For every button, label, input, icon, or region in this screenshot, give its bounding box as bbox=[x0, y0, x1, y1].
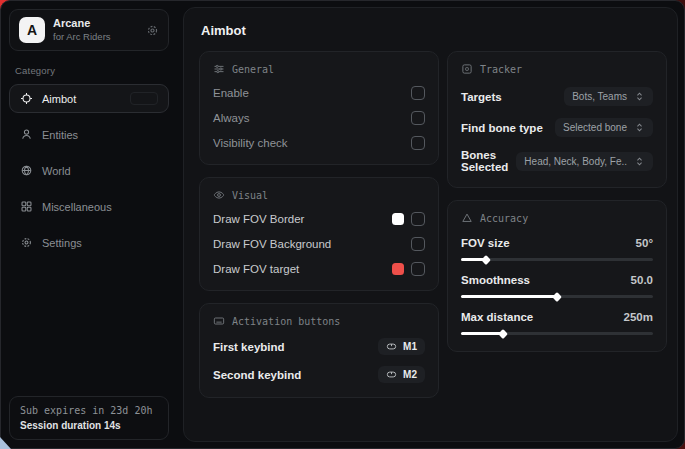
settings-gear-icon bbox=[20, 236, 33, 249]
color-swatch-red[interactable] bbox=[392, 263, 404, 275]
tracker-card: Tracker Targets Bots, Teams bbox=[447, 51, 667, 188]
eye-icon bbox=[213, 189, 225, 201]
grid-icon bbox=[20, 200, 33, 213]
triangle-icon bbox=[461, 212, 473, 224]
setting-label: Draw FOV target bbox=[213, 263, 299, 275]
sidebar-item-settings[interactable]: Settings bbox=[9, 228, 169, 257]
find-bone-type-dropdown[interactable]: Selected bone bbox=[555, 118, 653, 137]
card-title-label: Tracker bbox=[480, 64, 522, 75]
slider-header: Max distance 250m bbox=[461, 311, 653, 323]
sidebar-item-miscellaneous[interactable]: Miscellaneous bbox=[9, 192, 169, 221]
smoothness-slider[interactable] bbox=[461, 295, 653, 298]
general-card-header: General bbox=[213, 63, 425, 75]
slider-label: Smoothness bbox=[461, 274, 530, 286]
brand-text: Arcane for Arc Riders bbox=[53, 17, 111, 43]
globe-icon bbox=[20, 164, 33, 177]
setting-label: Visibility check bbox=[213, 137, 288, 149]
focus-target-icon bbox=[461, 63, 473, 75]
tracker-row-find-bone-type: Find bone type Selected bone bbox=[461, 118, 653, 137]
sidebar-item-label: Aimbot bbox=[42, 93, 76, 105]
fov-border-checkbox[interactable] bbox=[411, 212, 425, 226]
slider-value: 50.0 bbox=[631, 274, 653, 286]
slider-label: FOV size bbox=[461, 237, 510, 249]
slider-fill bbox=[461, 295, 557, 298]
gear-icon[interactable] bbox=[146, 24, 159, 37]
tracker-card-header: Tracker bbox=[461, 63, 653, 75]
app-window: A Arcane for Arc Riders Category Aimbot bbox=[0, 0, 685, 449]
chevrons-up-down-icon bbox=[634, 156, 645, 167]
keybind-row-second: Second keybind M2 bbox=[213, 366, 425, 383]
sidebar-item-aimbot[interactable]: Aimbot bbox=[9, 84, 169, 113]
category-label: Category bbox=[15, 65, 163, 76]
sidebar-item-world[interactable]: World bbox=[9, 156, 169, 185]
sidebar-nav: Aimbot Entities World bbox=[9, 84, 169, 257]
always-checkbox[interactable] bbox=[411, 111, 425, 125]
setting-row-fov-target: Draw FOV target bbox=[213, 262, 425, 276]
tracker-row-targets: Targets Bots, Teams bbox=[461, 87, 653, 106]
fov-size-slider[interactable] bbox=[461, 258, 653, 261]
slider-row-smoothness: Smoothness 50.0 bbox=[461, 274, 653, 298]
tracker-label: Find bone type bbox=[461, 122, 543, 134]
setting-label: Draw FOV Border bbox=[213, 213, 304, 225]
bones-selected-dropdown[interactable]: Head, Neck, Body, Fe.. bbox=[516, 152, 653, 171]
brand-card: A Arcane for Arc Riders bbox=[9, 9, 169, 51]
brand-logo: A bbox=[19, 17, 45, 43]
setting-row-fov-border: Draw FOV Border bbox=[213, 212, 425, 226]
sliders-icon bbox=[213, 63, 225, 75]
sidebar: A Arcane for Arc Riders Category Aimbot bbox=[1, 1, 177, 448]
keybind-value: M1 bbox=[403, 341, 417, 352]
page-title: Aimbot bbox=[201, 23, 667, 38]
crosshair-icon bbox=[20, 92, 33, 105]
sub-expiry-text: Sub expires in 23d 20h bbox=[20, 405, 158, 416]
fov-target-checkbox[interactable] bbox=[411, 262, 425, 276]
first-keybind-button[interactable]: M1 bbox=[378, 338, 425, 355]
keybind-row-first: First keybind M1 bbox=[213, 338, 425, 355]
dropdown-value: Selected bone bbox=[563, 122, 627, 133]
tracker-label: Bones Selected bbox=[461, 149, 516, 173]
keybind-label: Second keybind bbox=[213, 369, 301, 381]
keyboard-icon bbox=[213, 315, 225, 327]
fov-background-checkbox[interactable] bbox=[411, 237, 425, 251]
setting-label: Always bbox=[213, 112, 249, 124]
setting-label: Draw FOV Background bbox=[213, 238, 331, 250]
general-card: General Enable Always Visibility check bbox=[199, 51, 439, 165]
keybind-label: First keybind bbox=[213, 341, 285, 353]
setting-label: Enable bbox=[213, 87, 249, 99]
sidebar-item-entities[interactable]: Entities bbox=[9, 120, 169, 149]
setting-row-always: Always bbox=[213, 111, 425, 125]
card-title-label: Activation buttons bbox=[232, 316, 340, 327]
enable-checkbox[interactable] bbox=[411, 86, 425, 100]
nav-item-badge bbox=[130, 92, 158, 105]
tracker-row-bones-selected: Bones Selected Head, Neck, Body, Fe.. bbox=[461, 149, 653, 173]
brand-subtitle: for Arc Riders bbox=[53, 31, 111, 43]
sidebar-item-label: Miscellaneous bbox=[42, 201, 112, 213]
mouse-icon bbox=[386, 369, 397, 380]
slider-thumb[interactable] bbox=[552, 292, 562, 302]
slider-header: Smoothness 50.0 bbox=[461, 274, 653, 286]
slider-thumb[interactable] bbox=[498, 329, 508, 339]
dropdown-value: Bots, Teams bbox=[572, 91, 627, 102]
targets-dropdown[interactable]: Bots, Teams bbox=[564, 87, 653, 106]
slider-label: Max distance bbox=[461, 311, 533, 323]
slider-thumb[interactable] bbox=[481, 255, 491, 265]
setting-row-visibility-check: Visibility check bbox=[213, 136, 425, 150]
session-duration-text: Session duration 14s bbox=[20, 420, 158, 431]
visibility-check-checkbox[interactable] bbox=[411, 136, 425, 150]
visual-card-header: Visual bbox=[213, 189, 425, 201]
chevrons-up-down-icon bbox=[634, 91, 645, 102]
slider-value: 50° bbox=[636, 237, 653, 249]
dropdown-value: Head, Neck, Body, Fe.. bbox=[524, 156, 627, 167]
max-distance-slider[interactable] bbox=[461, 332, 653, 335]
second-keybind-button[interactable]: M2 bbox=[378, 366, 425, 383]
slider-value: 250m bbox=[624, 311, 653, 323]
chevrons-up-down-icon bbox=[634, 122, 645, 133]
brand-title: Arcane bbox=[53, 17, 111, 31]
main-panel: Aimbot General Enable bbox=[183, 7, 678, 442]
mouse-icon bbox=[386, 341, 397, 352]
tracker-label: Targets bbox=[461, 91, 502, 103]
card-title-label: Accuracy bbox=[480, 213, 528, 224]
sidebar-item-label: Entities bbox=[42, 129, 78, 141]
color-swatch-white[interactable] bbox=[392, 213, 404, 225]
slider-row-max-distance: Max distance 250m bbox=[461, 311, 653, 335]
slider-row-fov-size: FOV size 50° bbox=[461, 237, 653, 261]
